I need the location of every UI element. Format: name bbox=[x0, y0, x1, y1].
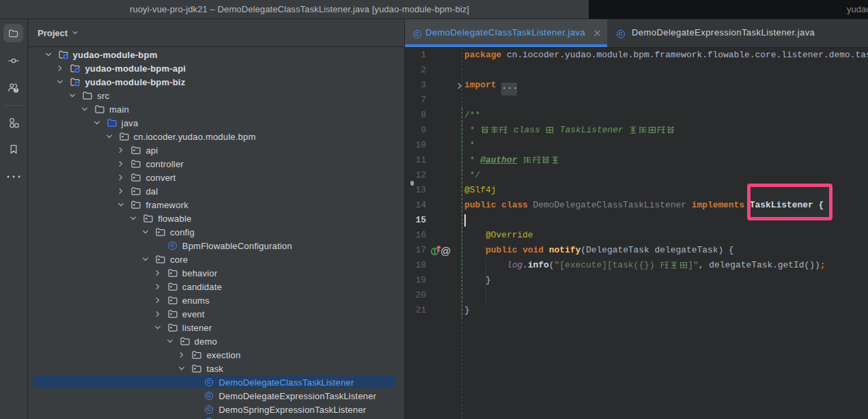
svg-text:?: ? bbox=[14, 87, 17, 92]
